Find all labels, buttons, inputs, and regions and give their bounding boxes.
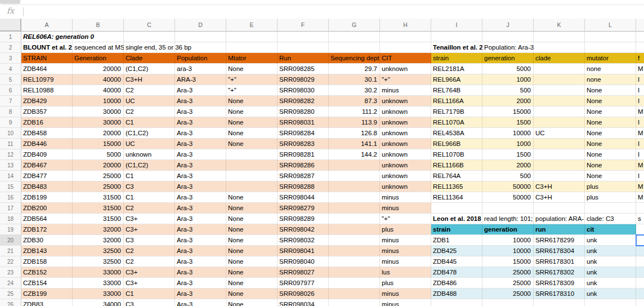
cell-K15[interactable] [534, 181, 585, 192]
cell-G21[interactable] [329, 246, 380, 256]
row-header-3[interactable]: 3 [0, 53, 21, 64]
cell-M21[interactable] [636, 246, 644, 256]
cell-F26[interactable] [278, 299, 329, 306]
cell-D12[interactable] [175, 149, 226, 160]
cell-I4[interactable] [431, 64, 482, 74]
cell-G26[interactable] [329, 299, 380, 306]
cell-F11[interactable] [278, 139, 329, 149]
cell-D26[interactable] [175, 299, 226, 306]
cell-L7[interactable] [585, 96, 636, 107]
cell-A16[interactable] [21, 192, 73, 203]
cell-M17[interactable] [636, 203, 644, 214]
cell-J22[interactable] [482, 256, 534, 267]
cell-K10[interactable] [534, 128, 585, 139]
cell-M16[interactable] [636, 192, 644, 203]
cell-I24[interactable] [431, 278, 482, 289]
cell-I20[interactable] [431, 235, 482, 246]
cell-M19[interactable] [636, 224, 644, 235]
cell-C19[interactable] [124, 224, 175, 235]
cell-C2[interactable] [124, 42, 175, 53]
cell-M5[interactable] [636, 74, 644, 85]
cell-H5[interactable] [380, 74, 431, 85]
cell-E26[interactable] [226, 299, 278, 306]
cell-B21[interactable] [73, 246, 124, 256]
column-header-E[interactable]: E [226, 19, 278, 32]
cell-M15[interactable] [636, 181, 644, 192]
cell-B23[interactable] [73, 267, 124, 278]
cell-E25[interactable] [226, 289, 278, 299]
row-header-5[interactable]: 5 [0, 74, 21, 85]
cell-B25[interactable] [73, 289, 124, 299]
cell-F18[interactable] [278, 214, 329, 224]
cell-F17[interactable] [278, 203, 329, 214]
cell-K7[interactable] [534, 96, 585, 107]
cell-F15[interactable] [278, 181, 329, 192]
cell-F7[interactable] [278, 96, 329, 107]
cell-G18[interactable] [329, 214, 380, 224]
cell-L10[interactable] [585, 128, 636, 139]
cell-D3[interactable] [175, 53, 226, 64]
cell-E4[interactable] [226, 64, 278, 74]
cell-H16[interactable] [380, 192, 431, 203]
cell-I23[interactable] [431, 267, 482, 278]
row-header-23[interactable]: 23 [0, 267, 21, 278]
cell-M7[interactable] [636, 96, 644, 107]
cell-M14[interactable] [636, 171, 644, 181]
cell-H19[interactable] [380, 224, 431, 235]
cell-D6[interactable] [175, 85, 226, 96]
row-header-11[interactable]: 11 [0, 139, 21, 149]
cell-G2[interactable] [329, 42, 380, 53]
cell-D14[interactable] [175, 171, 226, 181]
cell-K1[interactable] [534, 32, 585, 42]
cell-F1[interactable] [278, 32, 329, 42]
cell-B3[interactable] [73, 53, 124, 64]
cell-K14[interactable] [534, 171, 585, 181]
cell-H7[interactable] [380, 96, 431, 107]
cell-C22[interactable] [124, 256, 175, 267]
cell-D22[interactable] [175, 256, 226, 267]
cell-F6[interactable] [278, 85, 329, 96]
cell-C12[interactable] [124, 149, 175, 160]
row-header-19[interactable]: 19 [0, 224, 21, 235]
cell-J4[interactable] [482, 64, 534, 74]
cell-E20[interactable] [226, 235, 278, 246]
row-header-26[interactable]: 26 [0, 299, 21, 306]
cell-D16[interactable] [175, 192, 226, 203]
cell-L22[interactable] [585, 256, 636, 267]
cell-D7[interactable] [175, 96, 226, 107]
cell-K22[interactable] [534, 256, 585, 267]
cell-C21[interactable] [124, 246, 175, 256]
cell-D4[interactable] [175, 64, 226, 74]
cell-L9[interactable] [585, 117, 636, 128]
column-header-I[interactable]: I [431, 19, 482, 32]
cell-H2[interactable] [380, 42, 431, 53]
cell-F4[interactable] [278, 64, 329, 74]
cell-I10[interactable] [431, 128, 482, 139]
cell-L19[interactable] [585, 224, 636, 235]
cell-D19[interactable] [175, 224, 226, 235]
cell-J20[interactable] [482, 235, 534, 246]
cell-J10[interactable] [482, 128, 534, 139]
cell-H8[interactable] [380, 107, 431, 117]
cell-E2[interactable] [226, 42, 278, 53]
cell-I21[interactable] [431, 246, 482, 256]
cell-E22[interactable] [226, 256, 278, 267]
cell-A22[interactable] [21, 256, 73, 267]
cell-C7[interactable] [124, 96, 175, 107]
cell-A6[interactable] [21, 85, 73, 96]
cell-K26[interactable] [534, 299, 585, 306]
cell-F5[interactable] [278, 74, 329, 85]
cell-E18[interactable] [226, 214, 278, 224]
cell-L20[interactable] [585, 235, 636, 246]
cell-L14[interactable] [585, 171, 636, 181]
column-header-A[interactable]: A [21, 19, 73, 32]
cell-C13[interactable] [124, 160, 175, 171]
cell-H21[interactable] [380, 246, 431, 256]
cell-I7[interactable] [431, 96, 482, 107]
cell-G5[interactable] [329, 74, 380, 85]
cell-L16[interactable] [585, 192, 636, 203]
cell-M2[interactable] [636, 42, 644, 53]
cell-F22[interactable] [278, 256, 329, 267]
row-header-25[interactable]: 25 [0, 289, 21, 299]
cell-K13[interactable] [534, 160, 585, 171]
